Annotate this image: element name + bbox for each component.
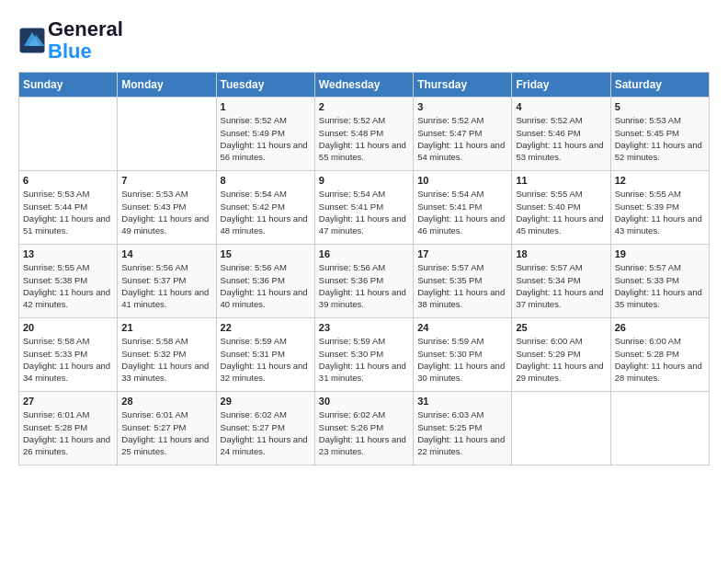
day-number: 6 (23, 175, 113, 186)
day-number: 31 (417, 396, 507, 407)
day-detail: Sunrise: 5:57 AMSunset: 5:35 PMDaylight:… (417, 261, 507, 310)
day-detail: Sunrise: 5:52 AMSunset: 5:47 PMDaylight:… (417, 114, 507, 163)
day-detail: Sunrise: 5:55 AMSunset: 5:40 PMDaylight:… (516, 188, 606, 236)
header-day: Thursday (414, 73, 512, 98)
day-detail: Sunrise: 6:00 AMSunset: 5:28 PMDaylight:… (615, 335, 705, 384)
day-detail: Sunrise: 5:59 AMSunset: 5:30 PMDaylight:… (319, 335, 409, 384)
day-detail: Sunrise: 5:54 AMSunset: 5:41 PMDaylight:… (417, 188, 507, 236)
calendar-cell: 14 Sunrise: 5:56 AMSunset: 5:37 PMDaylig… (118, 245, 216, 318)
day-number: 15 (221, 248, 311, 259)
header-day: Sunday (19, 73, 118, 98)
day-number: 23 (319, 322, 409, 333)
calendar-cell: 1 Sunrise: 5:52 AMSunset: 5:49 PMDayligh… (216, 98, 314, 171)
calendar-cell: 5 Sunrise: 5:53 AMSunset: 5:45 PMDayligh… (610, 98, 709, 171)
logo-blue-text: Blue (48, 40, 92, 63)
calendar-cell (512, 392, 610, 465)
calendar-cell: 6 Sunrise: 5:53 AMSunset: 5:44 PMDayligh… (19, 171, 118, 245)
header-day: Saturday (610, 73, 709, 98)
day-number: 30 (319, 396, 409, 407)
calendar-cell: 20 Sunrise: 5:58 AMSunset: 5:33 PMDaylig… (19, 318, 118, 392)
header-day: Wednesday (314, 73, 413, 98)
calendar-cell (19, 98, 118, 171)
header-day: Monday (118, 73, 216, 98)
day-number: 25 (516, 322, 606, 333)
day-number: 10 (417, 175, 507, 186)
day-number: 7 (121, 175, 211, 186)
calendar-week-row: 13 Sunrise: 5:55 AMSunset: 5:38 PMDaylig… (19, 245, 710, 318)
calendar-cell: 4 Sunrise: 5:52 AMSunset: 5:46 PMDayligh… (512, 98, 610, 171)
logo-text: GeneralBlue (48, 18, 123, 63)
calendar-cell: 28 Sunrise: 6:01 AMSunset: 5:27 PMDaylig… (118, 392, 216, 465)
calendar-cell: 9 Sunrise: 5:54 AMSunset: 5:41 PMDayligh… (314, 171, 413, 245)
day-number: 3 (417, 101, 507, 112)
day-number: 17 (417, 248, 507, 259)
logo-icon (18, 27, 46, 54)
calendar-cell: 29 Sunrise: 6:02 AMSunset: 5:27 PMDaylig… (216, 392, 314, 465)
day-number: 26 (615, 322, 705, 333)
header-day: Friday (512, 73, 610, 98)
day-detail: Sunrise: 6:02 AMSunset: 5:26 PMDaylight:… (319, 408, 409, 457)
day-detail: Sunrise: 5:57 AMSunset: 5:34 PMDaylight:… (516, 261, 606, 310)
day-detail: Sunrise: 5:57 AMSunset: 5:33 PMDaylight:… (615, 261, 705, 310)
day-number: 4 (516, 101, 606, 112)
day-detail: Sunrise: 5:53 AMSunset: 5:45 PMDaylight:… (615, 114, 705, 163)
day-detail: Sunrise: 5:53 AMSunset: 5:43 PMDaylight:… (121, 188, 211, 236)
day-detail: Sunrise: 5:52 AMSunset: 5:48 PMDaylight:… (319, 114, 409, 163)
calendar-table: SundayMondayTuesdayWednesdayThursdayFrid… (18, 72, 710, 465)
calendar-cell: 10 Sunrise: 5:54 AMSunset: 5:41 PMDaylig… (414, 171, 512, 245)
day-number: 22 (221, 322, 311, 333)
header-day: Tuesday (216, 73, 314, 98)
day-detail: Sunrise: 5:59 AMSunset: 5:31 PMDaylight:… (221, 335, 311, 384)
day-number: 24 (417, 322, 507, 333)
day-number: 9 (319, 175, 409, 186)
calendar-cell: 19 Sunrise: 5:57 AMSunset: 5:33 PMDaylig… (610, 245, 709, 318)
day-number: 29 (221, 396, 311, 407)
calendar-week-row: 6 Sunrise: 5:53 AMSunset: 5:44 PMDayligh… (19, 171, 710, 245)
day-number: 28 (121, 396, 211, 407)
calendar-cell: 26 Sunrise: 6:00 AMSunset: 5:28 PMDaylig… (610, 318, 709, 392)
day-detail: Sunrise: 5:52 AMSunset: 5:49 PMDaylight:… (221, 114, 311, 163)
calendar-header: SundayMondayTuesdayWednesdayThursdayFrid… (19, 73, 710, 98)
calendar-week-row: 1 Sunrise: 5:52 AMSunset: 5:49 PMDayligh… (19, 98, 710, 171)
calendar-cell: 8 Sunrise: 5:54 AMSunset: 5:42 PMDayligh… (216, 171, 314, 245)
calendar-cell: 3 Sunrise: 5:52 AMSunset: 5:47 PMDayligh… (414, 98, 512, 171)
logo: GeneralBlue (18, 18, 123, 63)
day-detail: Sunrise: 5:58 AMSunset: 5:33 PMDaylight:… (23, 335, 113, 384)
page-header: GeneralBlue (18, 18, 710, 63)
day-detail: Sunrise: 5:54 AMSunset: 5:41 PMDaylight:… (319, 188, 409, 236)
calendar-cell (610, 392, 709, 465)
calendar-cell: 25 Sunrise: 6:00 AMSunset: 5:29 PMDaylig… (512, 318, 610, 392)
calendar-cell: 13 Sunrise: 5:55 AMSunset: 5:38 PMDaylig… (19, 245, 118, 318)
calendar-cell: 23 Sunrise: 5:59 AMSunset: 5:30 PMDaylig… (314, 318, 413, 392)
calendar-cell: 12 Sunrise: 5:55 AMSunset: 5:39 PMDaylig… (610, 171, 709, 245)
day-number: 12 (615, 175, 705, 186)
calendar-cell (118, 98, 216, 171)
calendar-cell: 30 Sunrise: 6:02 AMSunset: 5:26 PMDaylig… (314, 392, 413, 465)
calendar-cell: 16 Sunrise: 5:56 AMSunset: 5:36 PMDaylig… (314, 245, 413, 318)
day-detail: Sunrise: 5:55 AMSunset: 5:38 PMDaylight:… (23, 261, 113, 310)
day-detail: Sunrise: 5:56 AMSunset: 5:37 PMDaylight:… (121, 261, 211, 310)
calendar-week-row: 20 Sunrise: 5:58 AMSunset: 5:33 PMDaylig… (19, 318, 710, 392)
calendar-body: 1 Sunrise: 5:52 AMSunset: 5:49 PMDayligh… (19, 98, 710, 465)
calendar-cell: 7 Sunrise: 5:53 AMSunset: 5:43 PMDayligh… (118, 171, 216, 245)
calendar-cell: 21 Sunrise: 5:58 AMSunset: 5:32 PMDaylig… (118, 318, 216, 392)
day-detail: Sunrise: 5:53 AMSunset: 5:44 PMDaylight:… (23, 188, 113, 236)
day-number: 2 (319, 101, 409, 112)
day-detail: Sunrise: 5:55 AMSunset: 5:39 PMDaylight:… (615, 188, 705, 236)
day-number: 1 (221, 101, 311, 112)
calendar-cell: 15 Sunrise: 5:56 AMSunset: 5:36 PMDaylig… (216, 245, 314, 318)
day-detail: Sunrise: 5:54 AMSunset: 5:42 PMDaylight:… (221, 188, 311, 236)
calendar-cell: 27 Sunrise: 6:01 AMSunset: 5:28 PMDaylig… (19, 392, 118, 465)
calendar-cell: 2 Sunrise: 5:52 AMSunset: 5:48 PMDayligh… (314, 98, 413, 171)
day-detail: Sunrise: 5:58 AMSunset: 5:32 PMDaylight:… (121, 335, 211, 384)
calendar-week-row: 27 Sunrise: 6:01 AMSunset: 5:28 PMDaylig… (19, 392, 710, 465)
day-number: 21 (121, 322, 211, 333)
day-detail: Sunrise: 6:01 AMSunset: 5:28 PMDaylight:… (23, 408, 113, 457)
day-number: 16 (319, 248, 409, 259)
day-number: 14 (121, 248, 211, 259)
day-number: 18 (516, 248, 606, 259)
calendar-cell: 18 Sunrise: 5:57 AMSunset: 5:34 PMDaylig… (512, 245, 610, 318)
day-detail: Sunrise: 6:00 AMSunset: 5:29 PMDaylight:… (516, 335, 606, 384)
day-number: 13 (23, 248, 113, 259)
day-detail: Sunrise: 6:01 AMSunset: 5:27 PMDaylight:… (121, 408, 211, 457)
